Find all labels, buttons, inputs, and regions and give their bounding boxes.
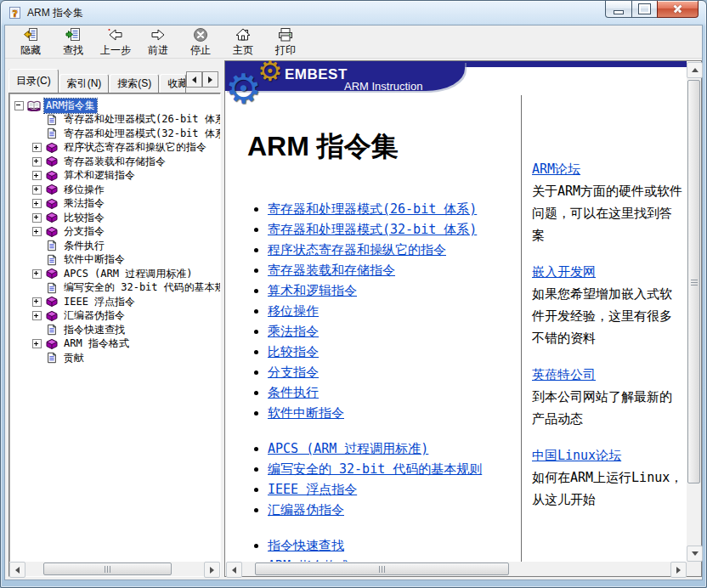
expand-plus-icon[interactable] bbox=[32, 171, 42, 180]
tree-item[interactable]: 条件执行 bbox=[14, 239, 220, 253]
hide-button[interactable]: 隐藏 bbox=[9, 25, 52, 58]
topic-link[interactable]: 寄存器装载和存储指令 bbox=[268, 263, 395, 278]
content-vertical-scrollbar[interactable] bbox=[687, 62, 701, 562]
scrollbar-thumb[interactable] bbox=[687, 80, 700, 483]
tab-scroll-left-icon[interactable] bbox=[186, 71, 202, 88]
tree-item[interactable]: 移位操作 bbox=[14, 183, 220, 197]
topic-link[interactable]: APCS (ARM 过程调用标准) bbox=[268, 441, 428, 456]
topic-link[interactable]: 软件中断指令 bbox=[268, 405, 344, 421]
list-item: ARM 指令格式 bbox=[268, 556, 516, 562]
topic-link[interactable]: 汇编器伪指令 bbox=[268, 502, 344, 517]
tree-item[interactable]: 寄存器装载和存储指令 bbox=[14, 155, 220, 169]
topic-link[interactable]: 编写安全的 32-bit 代码的基本规则 bbox=[268, 461, 482, 477]
tree-item[interactable]: 比较指令 bbox=[14, 211, 220, 225]
toolbar: 隐藏 查找 上一步 前进 停止 主页 bbox=[5, 25, 702, 59]
tree-item[interactable]: 程序状态寄存器和操纵它的指令 bbox=[14, 141, 220, 155]
expand-plus-icon[interactable] bbox=[32, 199, 42, 208]
home-button[interactable]: 主页 bbox=[222, 25, 264, 58]
topic-link[interactable]: 寄存器和处理器模式(26-bit 体系) bbox=[268, 201, 477, 217]
scroll-down-icon[interactable] bbox=[687, 546, 703, 562]
closed-book-icon bbox=[45, 184, 59, 195]
scroll-right-icon[interactable] bbox=[670, 562, 687, 578]
stop-button[interactable]: 停止 bbox=[179, 25, 222, 58]
scroll-right-icon[interactable] bbox=[204, 562, 220, 578]
tab-favorites[interactable]: 收藏 bbox=[160, 74, 186, 93]
home-label: 主页 bbox=[233, 43, 253, 58]
tree-item[interactable]: APCS (ARM 过程调用标准) bbox=[14, 267, 220, 281]
topic-banner: ⚙ ⚙ EMBEST ARM Instruction bbox=[225, 61, 687, 95]
tree-item[interactable]: 算术和逻辑指令 bbox=[14, 169, 220, 184]
tree-item-root[interactable]: ARM指令集 bbox=[14, 99, 220, 113]
tree-horizontal-scrollbar[interactable] bbox=[9, 562, 220, 576]
tree-item[interactable]: 贡献 bbox=[14, 351, 220, 365]
window-title: ARM 指令集 bbox=[27, 6, 83, 20]
close-button[interactable] bbox=[657, 1, 699, 18]
expand-spacer bbox=[32, 325, 42, 335]
expand-spacer bbox=[32, 115, 42, 124]
tree-item[interactable]: 乘法指令 bbox=[14, 197, 220, 212]
external-link[interactable]: 英蓓特公司 bbox=[532, 367, 596, 382]
topic-link[interactable]: 条件执行 bbox=[268, 385, 319, 400]
expand-plus-icon[interactable] bbox=[32, 143, 42, 152]
expand-plus-icon[interactable] bbox=[32, 269, 42, 279]
tab-search[interactable]: 搜索(S) bbox=[110, 74, 159, 93]
tree-item[interactable]: IEEE 浮点指令 bbox=[14, 295, 220, 309]
tree-item[interactable]: 寄存器和处理器模式(32-bit 体系) bbox=[14, 127, 220, 141]
topic-link[interactable]: 分支指令 bbox=[268, 365, 319, 380]
scroll-up-icon[interactable] bbox=[687, 62, 703, 78]
page-icon bbox=[45, 352, 59, 364]
list-item: 移位操作 bbox=[268, 301, 516, 321]
tab-scroll-right-icon[interactable] bbox=[202, 71, 218, 88]
expand-plus-icon[interactable] bbox=[32, 185, 42, 195]
closed-book-icon bbox=[45, 296, 59, 308]
topic-link[interactable]: 寄存器和处理器模式(32-bit 体系) bbox=[268, 222, 477, 237]
scrollbar-thumb[interactable] bbox=[43, 563, 172, 575]
topic-link[interactable]: 比较指令 bbox=[268, 344, 319, 359]
brand-logo-text: EMBEST bbox=[285, 66, 348, 83]
external-link[interactable]: 嵌入开发网 bbox=[532, 264, 596, 280]
topic-link[interactable]: 指令快速查找 bbox=[268, 538, 344, 553]
contents-tree: ARM指令集 寄存器和处理器模式(26-bit 体系) 寄存器和处理器模式(32… bbox=[9, 93, 220, 562]
locate-button[interactable]: 查找 bbox=[52, 25, 94, 58]
expand-plus-icon[interactable] bbox=[32, 339, 42, 348]
tree-item[interactable]: 汇编器伪指令 bbox=[14, 309, 220, 324]
topic-link[interactable]: 算术和逻辑指令 bbox=[268, 283, 357, 298]
minimize-button[interactable] bbox=[605, 1, 632, 18]
scrollbar-corner bbox=[687, 562, 701, 576]
tree-item[interactable]: 编写安全的 32-bit 代码的基本规则 bbox=[14, 281, 220, 296]
list-item: 分支指令 bbox=[268, 362, 516, 382]
external-link[interactable]: ARM论坛 bbox=[532, 161, 580, 177]
expand-plus-icon[interactable] bbox=[32, 297, 42, 307]
tree-item[interactable]: 软件中断指令 bbox=[14, 253, 220, 268]
related-desc: 到本公司网站了解最新的产品动态 bbox=[532, 386, 683, 430]
tab-index[interactable]: 索引(N) bbox=[59, 74, 110, 93]
topic-link[interactable]: 乘法指令 bbox=[268, 324, 319, 339]
topic-link[interactable]: IEEE 浮点指令 bbox=[268, 482, 357, 497]
expand-plus-icon[interactable] bbox=[32, 157, 42, 167]
expand-plus-icon[interactable] bbox=[32, 227, 42, 236]
back-button[interactable]: 上一步 bbox=[94, 25, 137, 58]
external-link[interactable]: 中国Linux论坛 bbox=[532, 448, 621, 463]
topic-link[interactable]: 程序状态寄存器和操纵它的指令 bbox=[268, 242, 446, 257]
scroll-left-icon[interactable] bbox=[9, 562, 25, 578]
closed-book-icon bbox=[45, 170, 59, 182]
content-horizontal-scrollbar[interactable] bbox=[226, 562, 687, 576]
tree-item[interactable]: 寄存器和处理器模式(26-bit 体系) bbox=[14, 113, 220, 127]
tree-item[interactable]: 分支指令 bbox=[14, 225, 220, 240]
scroll-left-icon[interactable] bbox=[226, 562, 242, 578]
collapse-minus-icon[interactable] bbox=[14, 101, 24, 110]
scrollbar-thumb[interactable] bbox=[255, 563, 509, 575]
tab-contents[interactable]: 目录(C) bbox=[8, 69, 59, 93]
page-icon bbox=[45, 324, 59, 336]
topic-link[interactable]: 移位操作 bbox=[268, 303, 319, 319]
tree-item[interactable]: 指令快速查找 bbox=[14, 323, 220, 337]
related-desc: 如果您希望增加嵌入式软件开发经验，这里有很多不错的资料 bbox=[532, 283, 683, 349]
list-item: 寄存器装载和存储指令 bbox=[268, 260, 516, 280]
page-icon bbox=[45, 127, 59, 139]
tree-item[interactable]: ARM 指令格式 bbox=[14, 337, 220, 352]
expand-plus-icon[interactable] bbox=[32, 213, 42, 223]
print-button[interactable]: 打印 bbox=[264, 25, 307, 58]
forward-button[interactable]: 前进 bbox=[137, 25, 179, 58]
expand-plus-icon[interactable] bbox=[32, 311, 42, 320]
maximize-button[interactable] bbox=[632, 1, 657, 18]
